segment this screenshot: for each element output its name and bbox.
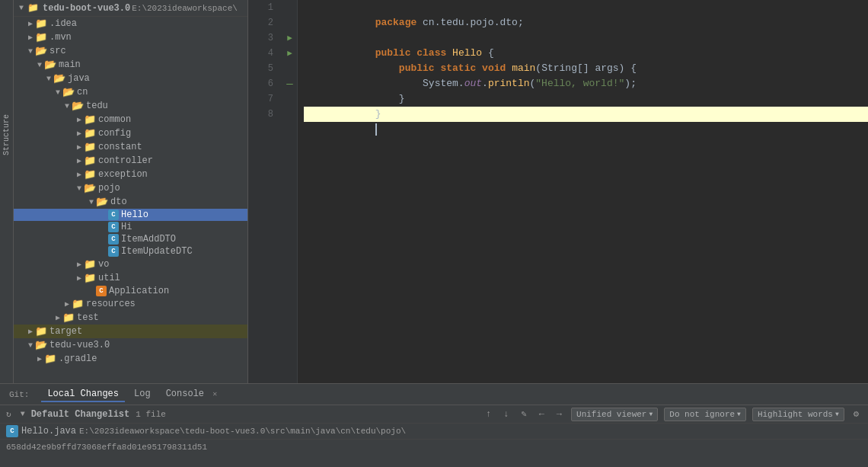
tree-item-test[interactable]: ▶ 📁 test [14, 311, 247, 325]
pojo-expand[interactable]: ▼ [75, 184, 84, 193]
console-close[interactable]: ✕ [212, 390, 217, 398]
gutter: ▶ ▶ — [282, 0, 298, 383]
main-expand[interactable]: ▼ [35, 61, 44, 69]
tab-local-changes[interactable]: Local Changes [41, 387, 125, 402]
line-num-5: 5 [248, 61, 276, 76]
arrow-left-btn[interactable]: ← [536, 408, 547, 421]
tree-item-vo[interactable]: ▶ 📁 vo [14, 257, 247, 271]
tree-item-resources[interactable]: ▶ 📁 resources [14, 297, 247, 311]
tree-item-gradle[interactable]: ▶ 📁 .gradle [14, 352, 247, 366]
gutter-2 [282, 15, 297, 30]
itemadddto-class-icon: C [108, 234, 119, 245]
tree-item-main[interactable]: ▼ 📂 main [14, 58, 247, 72]
constant-expand[interactable]: ▶ [75, 142, 84, 152]
tree-item-idea[interactable]: ▶ 📁 .idea [14, 17, 247, 30]
common-expand[interactable]: ▶ [75, 115, 84, 124]
edit-btn[interactable]: ✎ [518, 407, 529, 421]
test-expand[interactable]: ▶ [53, 313, 62, 322]
code-lines[interactable]: package cn.tedu.pojo.dto; public class H… [298, 0, 868, 383]
itemupdatedtc-label: ItemUpdateDTC [121, 246, 193, 257]
arrow-down-btn[interactable]: ↓ [500, 408, 512, 421]
tree-item-mvn[interactable]: ▶ 📁 .mvn [14, 30, 247, 44]
tedu-vue3-label: tedu-vue3.0 [49, 340, 110, 350]
exception-expand[interactable]: ▶ [75, 170, 84, 179]
hello-label: Hello [121, 210, 148, 220]
line-num-6: 6 [248, 76, 276, 91]
line-num-3: 3 [248, 30, 276, 46]
tree-item-constant[interactable]: ▶ 📁 constant [14, 140, 247, 154]
config-expand[interactable]: ▶ [75, 129, 84, 138]
tree-item-java[interactable]: ▼ 📂 java [14, 72, 247, 85]
tree-item-config[interactable]: ▶ 📁 config [14, 126, 247, 140]
controller-expand[interactable]: ▶ [75, 156, 84, 165]
pojo-label: pojo [98, 183, 120, 194]
tree-item-pojo[interactable]: ▼ 📂 pojo [14, 181, 247, 195]
tedu-expand[interactable]: ▼ [62, 102, 72, 110]
do-not-ignore-btn[interactable]: Do not ignore ▼ [664, 408, 746, 421]
file-icon: C [6, 425, 18, 437]
arrow-right-btn[interactable]: → [554, 408, 565, 421]
highlight-words-btn[interactable]: Highlight words ▼ [752, 408, 844, 421]
vo-expand[interactable]: ▶ [75, 260, 84, 269]
src-expand[interactable]: ▼ [26, 47, 35, 56]
mvn-expand[interactable]: ▶ [26, 33, 35, 42]
bottom-content: ↻ ▼ Default Changelist 1 file ↑ ↓ ✎ ← → … [0, 405, 868, 467]
highlight-words-dropdown[interactable]: ▼ [835, 411, 839, 417]
gutter-3[interactable]: ▶ [282, 30, 297, 46]
app-container: Structure ▼ 📁 tedu-boot-vue3.0 E:\2023id… [0, 0, 868, 467]
gutter-5 [282, 61, 297, 76]
tree-item-tedu[interactable]: ▼ 📂 tedu [14, 99, 247, 113]
tree-item-common[interactable]: ▶ 📁 common [14, 113, 247, 126]
gutter-1 [282, 0, 297, 15]
hello-class-icon: C [108, 210, 119, 220]
resources-expand[interactable]: ▶ [62, 299, 72, 309]
arrow-up-btn[interactable]: ↑ [483, 408, 494, 421]
settings-btn[interactable]: ⚙ [850, 407, 862, 421]
tree-item-Hi[interactable]: C Hi [14, 221, 247, 233]
gutter-4[interactable]: ▶ [282, 46, 297, 61]
application-label: Application [109, 286, 169, 296]
tree-item-target[interactable]: ▶ 📁 target [14, 325, 247, 338]
changelist-bar: ↻ ▼ Default Changelist 1 file ↑ ↓ ✎ ← → … [0, 405, 868, 424]
line-num-8: 8 [248, 107, 276, 122]
tree-item-controller[interactable]: ▶ 📁 controller [14, 154, 247, 168]
idea-expand[interactable]: ▶ [26, 19, 35, 28]
tree-item-Application[interactable]: C Application [14, 285, 247, 297]
code-line-3: public class Hello { [304, 30, 868, 46]
tab-log[interactable]: Log [128, 387, 157, 402]
target-expand[interactable]: ▶ [26, 327, 35, 336]
highlight-words-label: Highlight words [758, 410, 833, 419]
dto-expand[interactable]: ▼ [87, 198, 96, 206]
common-label: common [98, 114, 131, 125]
changelist-expand[interactable]: ▼ [21, 410, 25, 418]
tree-item-ItemAddDTO[interactable]: C ItemAddDTO [14, 233, 247, 245]
structure-label[interactable]: Structure [2, 114, 11, 155]
tab-console[interactable]: Console ✕ [160, 387, 224, 402]
tree-item-cn[interactable]: ▼ 📂 cn [14, 85, 247, 99]
tree-item-Hello[interactable]: C Hello [14, 209, 247, 221]
tree-item-ItemUpdateDTC[interactable]: C ItemUpdateDTC [14, 245, 247, 257]
unified-viewer-dropdown[interactable]: ▼ [649, 411, 653, 417]
test-label: test [77, 312, 99, 323]
util-expand[interactable]: ▶ [75, 273, 84, 283]
sync-button[interactable]: ↻ [6, 409, 11, 419]
vo-label: vo [98, 259, 109, 270]
project-expand-arrow[interactable]: ▼ [17, 4, 26, 12]
gradle-label: .gradle [59, 353, 97, 364]
tree-item-tedu-vue3[interactable]: ▼ 📂 tedu-vue3.0 [14, 338, 247, 352]
tree-item-exception[interactable]: ▶ 📁 exception [14, 168, 247, 181]
line-num-1: 1 [248, 0, 276, 15]
gradle-expand[interactable]: ▶ [35, 354, 44, 363]
unified-viewer-btn[interactable]: Unified viewer ▼ [571, 408, 658, 421]
do-not-ignore-label: Do not ignore [669, 410, 735, 419]
code-line-8 [304, 107, 868, 122]
mvn-label: .mvn [49, 32, 72, 43]
tree-item-dto[interactable]: ▼ 📂 dto [14, 195, 247, 209]
tree-item-util[interactable]: ▶ 📁 util [14, 271, 247, 285]
do-not-ignore-dropdown[interactable]: ▼ [737, 411, 741, 417]
java-expand[interactable]: ▼ [44, 75, 53, 83]
tree-item-src[interactable]: ▼ 📂 src [14, 44, 247, 58]
cn-expand[interactable]: ▼ [53, 88, 62, 97]
commit-hash: 658dd42e9b9ffd73068effa8d01e951798311d51 [6, 443, 207, 452]
tedu-vue3-expand[interactable]: ▼ [26, 341, 35, 350]
